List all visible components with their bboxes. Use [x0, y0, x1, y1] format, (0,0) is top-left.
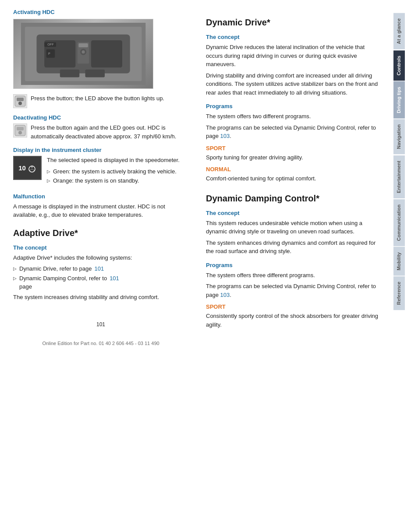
ddc-programs-text2: The programs can be selected via Dynamic… [206, 282, 379, 299]
svg-text:OFF: OFF [47, 43, 54, 46]
ddc-sport-text: Consistently sporty control of the shock… [206, 312, 379, 329]
sidebar-tab-driving-tips[interactable]: Driving tips [393, 81, 405, 119]
deactivating-hdc-instruction: Press the button again and the LED goes … [13, 123, 188, 141]
dd-programs-text2: The programs can be selected via Dynamic… [206, 123, 379, 141]
svg-rect-4 [91, 40, 122, 67]
deactivate-icon [13, 123, 27, 137]
ddc-concept-text1: This system reduces undesirable vehicle … [206, 219, 379, 236]
dd-programs-text1: The system offers two different programs… [206, 112, 379, 121]
button-icon [13, 94, 27, 108]
svg-rect-9 [60, 70, 79, 78]
ddc-programs-title: Programs [206, 262, 379, 268]
adaptive-bullet-2: Dynamic Damping Control, refer topage 10… [13, 274, 188, 291]
adaptive-footer-text: The system increases driving stability a… [13, 293, 188, 302]
ddc-concept-text2: The system enhances driving dynamics and… [206, 239, 379, 256]
svg-point-20 [18, 131, 22, 134]
bullet-orange: Orange: the system is on standby. [47, 176, 188, 185]
display-cluster-block: 10 The selected speed is displayed in th… [13, 156, 188, 187]
adaptive-bullet-1: Dynamic Drive, refer to page 101 [13, 264, 188, 273]
svg-rect-6 [78, 43, 88, 47]
malfunction-title: Malfunction [13, 193, 188, 200]
activating-hdc-title: Activating HDC [13, 9, 188, 15]
ddc-title: Dynamic Damping Control* [206, 194, 379, 204]
adaptive-link-2[interactable]: 101 [110, 274, 119, 283]
page-number: 101 [13, 321, 188, 328]
display-speedometer-text: The selected speed is displayed in the s… [47, 156, 188, 165]
svg-rect-19 [17, 127, 24, 130]
dd-programs-title: Programs [206, 103, 379, 109]
dd-concept-title: The concept [206, 34, 379, 40]
dd-normal-title: NORMAL [206, 166, 379, 173]
svg-rect-16 [17, 98, 24, 101]
adaptive-concept-title: The concept [13, 244, 188, 251]
press-button-text: Press the button; the LED above the butt… [31, 94, 164, 103]
malfunction-text: A message is displayed in the instrument… [13, 202, 188, 219]
dd-sport-text: Sporty tuning for greater driving agilit… [206, 153, 379, 162]
sidebar-tab-controls[interactable]: Controls [393, 50, 405, 81]
dd-sport-title: SPORT [206, 145, 379, 151]
display-bullet-list: Green: the system is actively braking th… [47, 167, 188, 185]
sidebar-tab-reference[interactable]: Reference [393, 276, 405, 310]
dd-concept-text1: Dynamic Drive reduces the lateral inclin… [206, 43, 379, 69]
ddc-programs-link[interactable]: 103 [220, 292, 230, 298]
sidebar: At a glance Controls Driving tips Naviga… [379, 9, 405, 523]
sidebar-tab-at-a-glance[interactable]: At a glance [393, 13, 405, 49]
sidebar-tab-navigation[interactable]: Navigation [393, 119, 405, 154]
press-button-instruction: Press the button; the LED above the butt… [13, 94, 188, 108]
sidebar-tab-entertainment[interactable]: Entertainment [393, 155, 405, 198]
speedometer-icon: 10 [13, 156, 42, 180]
svg-rect-10 [85, 70, 104, 78]
adaptive-drive-title: Adaptive Drive* [13, 228, 188, 238]
adaptive-link-1[interactable]: 101 [94, 264, 104, 273]
footer-text: Online Edition for Part no. 01 40 2 606 … [13, 341, 188, 350]
adaptive-concept-text: Adaptive Drive* includes the following s… [13, 254, 188, 262]
ddc-sport-title: SPORT [206, 303, 379, 310]
dynamic-drive-title: Dynamic Drive* [206, 18, 379, 28]
dd-programs-link[interactable]: 103 [220, 133, 230, 139]
adaptive-bullet-list: Dynamic Drive, refer to page 101 Dynamic… [13, 264, 188, 291]
svg-text:P: P [48, 52, 50, 56]
dd-normal-text: Comfort-oriented tuning for optimal comf… [206, 174, 379, 183]
svg-point-17 [18, 102, 22, 105]
svg-rect-13 [46, 49, 55, 58]
dd-concept-text2: Driving stability and driving comfort ar… [206, 71, 379, 97]
bullet-green: Green: the system is actively braking th… [47, 167, 188, 176]
deactivating-hdc-title: Deactivating HDC [13, 114, 188, 121]
sidebar-tab-mobility[interactable]: Mobility [393, 247, 405, 276]
hdc-car-image: OFF P [13, 19, 153, 89]
ddc-concept-title: The concept [206, 210, 379, 216]
ddc-programs-text1: The system offers three different progra… [206, 271, 379, 280]
deactivating-hdc-text: Press the button again and the LED goes … [31, 123, 188, 141]
display-text-block: The selected speed is displayed in the s… [47, 156, 188, 187]
display-cluster-title: Display in the instrument cluster [13, 147, 188, 153]
sidebar-tab-communication[interactable]: Communication [393, 199, 405, 246]
svg-point-8 [81, 50, 85, 53]
